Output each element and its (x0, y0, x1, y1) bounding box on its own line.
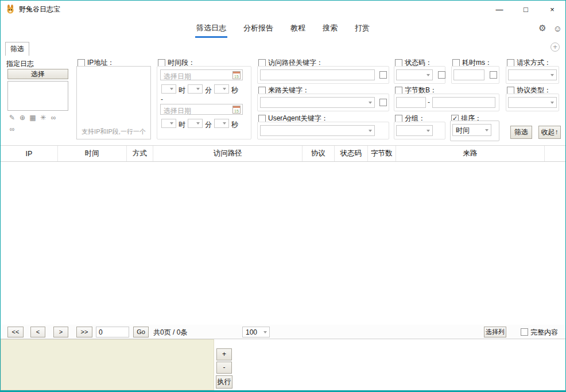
log-listbox[interactable] (7, 81, 68, 111)
second-label: 秒 (231, 120, 238, 130)
collapse-button[interactable]: 收起↑ (538, 126, 561, 139)
chevron-down-icon (427, 74, 430, 76)
date-start-input[interactable]: 选择日期 15 (160, 69, 243, 80)
time-range-separator: - (161, 95, 163, 103)
column-header-ip[interactable]: IP (1, 146, 58, 161)
chevron-down-icon (551, 102, 554, 104)
chevron-down-icon (427, 130, 430, 132)
method-combo[interactable] (508, 69, 557, 80)
column-header-time[interactable]: 时间 (58, 146, 127, 161)
page-summary: 共0页 / 0条 (153, 328, 187, 337)
log-toolbar-row2: ∞ (7, 125, 17, 134)
minute-label: 分 (205, 86, 212, 95)
full-content-checkbox[interactable] (521, 328, 528, 336)
add-row-button[interactable]: + (216, 348, 232, 360)
column-header-protocol[interactable]: 协议 (303, 146, 335, 161)
chevron-down-icon (369, 102, 372, 104)
column-header-bytes[interactable]: 字节数 (368, 146, 396, 161)
title-bar: 野兔谷日志宝 — □ × (1, 1, 565, 18)
end-second-combo[interactable] (214, 119, 229, 128)
minimize-button[interactable]: — (486, 1, 513, 18)
close-button[interactable]: × (539, 1, 565, 18)
remove-row-button[interactable]: - (216, 362, 232, 374)
status-exclude-checkbox[interactable] (438, 71, 445, 79)
chevron-down-icon (223, 122, 226, 125)
chevron-down-icon (170, 88, 173, 90)
nav-tab-donate[interactable]: 打赏 (354, 19, 371, 38)
group-by-combo[interactable] (396, 125, 433, 136)
app-logo-icon (5, 4, 15, 14)
page-size-combo[interactable]: 100 (242, 327, 270, 337)
second-label: 秒 (231, 86, 238, 95)
status-code-combo[interactable] (396, 69, 433, 80)
elapsed-input[interactable] (453, 69, 484, 80)
filter-button[interactable]: 筛选 (510, 126, 532, 139)
column-header-method[interactable]: 方式 (127, 146, 154, 161)
execute-button[interactable]: 执行 (216, 375, 232, 389)
prev-page-button[interactable]: < (30, 327, 45, 337)
start-second-combo[interactable] (214, 84, 229, 94)
next-page-button[interactable]: > (53, 327, 68, 337)
column-header-path[interactable]: 访问路径 (153, 146, 302, 161)
path-exclude-checkbox[interactable] (379, 71, 387, 79)
nav-tabs: 筛选日志 分析报告 教程 搜索 打赏 (1, 18, 565, 38)
bottom-panel: + - 执行 (1, 339, 565, 390)
hour-label: 时 (179, 120, 185, 130)
sort-combo[interactable]: 时间 (452, 124, 491, 136)
end-minute-combo[interactable] (188, 119, 203, 128)
filter-panel: 指定日志 选择 ✎ ⊕ ▦ ✳ ∞ ∞ IP地址： 支持IP和IP段,一行一个 … (1, 56, 565, 146)
add-filter-tab-icon[interactable]: + (551, 42, 560, 52)
first-page-button[interactable]: << (7, 327, 24, 337)
end-hour-combo[interactable] (161, 119, 176, 128)
elapsed-exclude-checkbox[interactable] (490, 71, 497, 79)
date-end-input[interactable]: 选择日期 15 (160, 104, 243, 115)
filter-tab-strip: 筛选 + (1, 38, 565, 56)
app-window: 野兔谷日志宝 — □ × 筛选日志 分析报告 教程 搜索 打赏 ⚙ ☺ 筛选 +… (0, 0, 566, 392)
sort-value: 时间 (456, 126, 470, 135)
last-page-button[interactable]: >> (76, 327, 92, 337)
path-keyword-input[interactable] (260, 69, 375, 80)
chevron-down-icon (551, 74, 554, 76)
bytes-separator: - (428, 98, 430, 106)
maximize-button[interactable]: □ (513, 1, 539, 18)
bytes-min-input[interactable] (396, 97, 426, 108)
select-log-button[interactable]: 选择 (7, 69, 68, 79)
nav-tab-analysis-report[interactable]: 分析报告 (242, 19, 274, 38)
nav-bar: 筛选日志 分析报告 教程 搜索 打赏 ⚙ ☺ (1, 18, 565, 38)
protocol-combo[interactable] (508, 97, 557, 108)
full-content-label: 完整内容 (530, 328, 558, 337)
ip-textarea[interactable]: 支持IP和IP段,一行一个 (76, 66, 151, 139)
tab-filter[interactable]: 筛选 (5, 42, 29, 56)
site-grid-icon[interactable]: ▦ (28, 113, 37, 122)
column-header-referer[interactable]: 来路 (396, 146, 545, 161)
start-hour-combo[interactable] (161, 84, 176, 94)
start-minute-combo[interactable] (188, 84, 203, 94)
go-button[interactable]: Go (133, 327, 149, 337)
memo-icon[interactable]: ✎ (7, 113, 17, 122)
column-header-status[interactable]: 状态码 (335, 146, 368, 161)
referer-keyword-combo[interactable] (260, 97, 375, 108)
calendar-icon[interactable]: 15 (232, 71, 241, 79)
link2-icon[interactable]: ∞ (7, 125, 17, 134)
spider-icon[interactable]: ✳ (38, 113, 48, 122)
smiley-icon[interactable]: ☺ (553, 24, 562, 33)
referer-exclude-checkbox[interactable] (379, 99, 387, 106)
window-title: 野兔谷日志宝 (19, 5, 60, 14)
add-log-icon[interactable]: ⊕ (18, 113, 27, 122)
bytes-max-input[interactable] (432, 97, 495, 108)
log-group-label: 指定日志 (6, 59, 34, 69)
gear-icon[interactable]: ⚙ (538, 23, 546, 33)
script-input-area[interactable] (1, 339, 214, 390)
link-icon[interactable]: ∞ (49, 113, 58, 122)
chevron-down-icon (369, 130, 372, 132)
chevron-down-icon (196, 88, 200, 90)
calendar-icon[interactable]: 15 (232, 106, 241, 114)
nav-tab-search[interactable]: 搜索 (321, 19, 339, 38)
chevron-down-icon (196, 122, 200, 125)
nav-tab-tutorial[interactable]: 教程 (289, 19, 307, 38)
select-columns-button[interactable]: 选择列 (484, 327, 506, 337)
page-number-input[interactable] (96, 327, 129, 337)
log-table-body[interactable] (1, 162, 565, 325)
nav-tab-filter-log[interactable]: 筛选日志 (195, 19, 227, 38)
useragent-keyword-combo[interactable] (260, 125, 375, 136)
